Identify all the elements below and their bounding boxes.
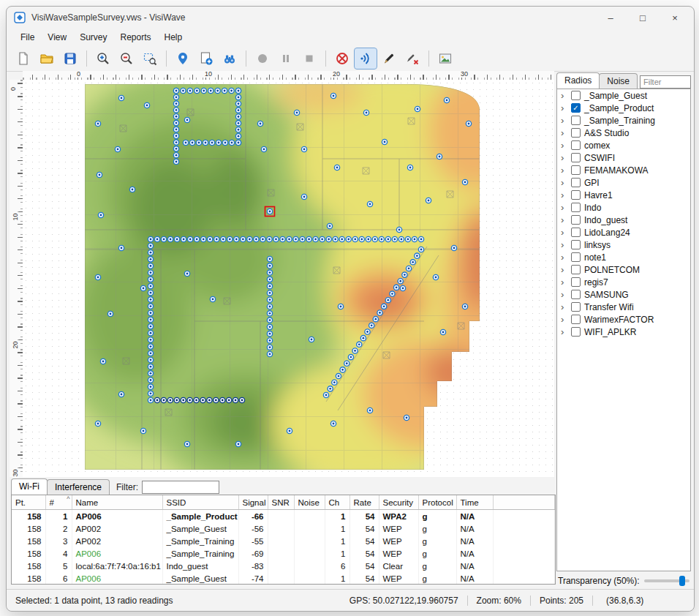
- column-header-signal[interactable]: Signal: [238, 495, 268, 510]
- radio-list-item[interactable]: ›✓_Sample_Product: [557, 102, 690, 114]
- table-header-row[interactable]: Pt.#^NameSSIDSignalSNRNoiseChRateSecurit…: [12, 495, 555, 510]
- expand-chevron-icon[interactable]: ›: [561, 277, 567, 287]
- expand-chevron-icon[interactable]: ›: [561, 215, 567, 225]
- table-row[interactable]: 1586AP006_Sample_Guest-74154WEPgN/A: [12, 572, 555, 585]
- open-button[interactable]: [36, 48, 58, 69]
- pin-button[interactable]: [172, 48, 194, 69]
- pause-button[interactable]: [275, 48, 297, 69]
- column-header-rate[interactable]: Rate: [350, 495, 379, 510]
- radio-checkbox[interactable]: [571, 252, 581, 262]
- zoom-region-button[interactable]: [139, 48, 161, 69]
- radio-list-item[interactable]: ›FEMAMAKOWA: [557, 164, 690, 176]
- expand-chevron-icon[interactable]: ›: [561, 240, 567, 249]
- expand-chevron-icon[interactable]: ›: [561, 302, 567, 312]
- wifi-button[interactable]: [355, 48, 377, 69]
- column-header-name[interactable]: Name: [72, 495, 162, 510]
- zoom-in-button[interactable]: [92, 48, 114, 69]
- radio-list-item[interactable]: ›LidoLang24: [557, 226, 690, 238]
- table-row[interactable]: 1583AP002_Sample_Training-55154WEPgN/A: [12, 535, 555, 547]
- radio-checkbox[interactable]: ✓: [571, 103, 581, 113]
- tab-interference[interactable]: Interference: [47, 479, 110, 495]
- radio-list-item[interactable]: ›SAMSUNG: [557, 288, 690, 301]
- column-header-num[interactable]: #^: [45, 495, 72, 510]
- radio-list-item[interactable]: ›_Sample_Guest: [557, 89, 690, 102]
- expand-chevron-icon[interactable]: ›: [561, 140, 567, 150]
- expand-chevron-icon[interactable]: ›: [561, 103, 567, 113]
- radio-checkbox[interactable]: [571, 153, 581, 162]
- radio-checkbox[interactable]: [571, 290, 581, 299]
- menu-reports[interactable]: Reports: [114, 30, 158, 45]
- erase-button[interactable]: [401, 48, 423, 69]
- expand-chevron-icon[interactable]: ›: [561, 327, 567, 337]
- zoom-out-button[interactable]: [116, 48, 137, 69]
- tab-noise[interactable]: Noise: [599, 73, 638, 89]
- expand-chevron-icon[interactable]: ›: [561, 290, 567, 299]
- expand-chevron-icon[interactable]: ›: [561, 315, 567, 324]
- minimize-button[interactable]: –: [594, 7, 627, 29]
- radio-checkbox[interactable]: [571, 190, 581, 200]
- expand-chevron-icon[interactable]: ›: [561, 252, 567, 262]
- radio-checkbox[interactable]: [571, 240, 581, 249]
- radio-list-item[interactable]: ›regis7: [557, 276, 690, 288]
- expand-chevron-icon[interactable]: ›: [561, 203, 567, 212]
- radio-list-item[interactable]: ›Indo: [557, 201, 690, 214]
- expand-chevron-icon[interactable]: ›: [561, 116, 567, 125]
- menu-view[interactable]: View: [41, 30, 73, 45]
- transparency-slider[interactable]: [644, 579, 689, 582]
- radio-list-item[interactable]: ›_Sample_Training: [557, 114, 690, 127]
- menu-survey[interactable]: Survey: [73, 30, 113, 45]
- radio-list-item[interactable]: ›note1: [557, 251, 690, 263]
- column-header-protocol[interactable]: Protocol: [418, 495, 456, 510]
- column-header-snr[interactable]: SNR: [268, 495, 294, 510]
- radio-checkbox[interactable]: [571, 178, 581, 187]
- expand-chevron-icon[interactable]: ›: [561, 128, 567, 138]
- column-header-ssid[interactable]: SSID: [162, 495, 238, 510]
- expand-chevron-icon[interactable]: ›: [561, 228, 567, 237]
- radio-checkbox[interactable]: [571, 128, 581, 138]
- expand-chevron-icon[interactable]: ›: [561, 190, 567, 200]
- slider-handle[interactable]: [679, 576, 685, 586]
- radio-list-item[interactable]: ›Transfer Wifi: [557, 301, 690, 313]
- radios-filter-input[interactable]: [640, 75, 691, 89]
- no-signal-button[interactable]: [331, 48, 353, 69]
- close-button[interactable]: ×: [659, 7, 691, 29]
- radio-list-item[interactable]: ›POLNETCOM: [557, 263, 690, 276]
- radio-checkbox[interactable]: [571, 228, 581, 237]
- column-header-security[interactable]: Security: [379, 495, 418, 510]
- radio-list-item[interactable]: ›Indo_guest: [557, 214, 690, 226]
- radio-checkbox[interactable]: [571, 327, 581, 337]
- tab-radios[interactable]: Radios: [556, 72, 600, 89]
- radio-checkbox[interactable]: [571, 140, 581, 150]
- radio-list-item[interactable]: ›WarimexFACTOR: [557, 313, 690, 326]
- radio-checkbox[interactable]: [571, 302, 581, 312]
- radio-list-item[interactable]: ›WIFI_APLKR: [557, 326, 690, 338]
- column-header-pt[interactable]: Pt.: [12, 495, 45, 510]
- find-button[interactable]: [219, 48, 241, 69]
- menu-file[interactable]: File: [14, 30, 41, 45]
- add-point-button[interactable]: [195, 48, 217, 69]
- table-row[interactable]: 1584AP006_Sample_Training-69154WEPgN/A: [12, 547, 555, 560]
- new-button[interactable]: [12, 48, 34, 69]
- expand-chevron-icon[interactable]: ›: [561, 165, 567, 175]
- expand-chevron-icon[interactable]: ›: [561, 153, 567, 162]
- tab-wifi[interactable]: Wi-Fi: [11, 478, 48, 495]
- column-header-ch[interactable]: Ch: [325, 495, 350, 510]
- menu-help[interactable]: Help: [158, 30, 189, 45]
- maximize-button[interactable]: □: [627, 7, 659, 29]
- image-button[interactable]: [434, 48, 456, 69]
- radio-list-item[interactable]: ›Havre1: [557, 189, 690, 201]
- map-canvas[interactable]: [23, 80, 554, 477]
- radio-checkbox[interactable]: [571, 165, 581, 175]
- radio-list-item[interactable]: ›A&S Studio: [557, 127, 690, 139]
- expand-chevron-icon[interactable]: ›: [561, 178, 567, 187]
- radio-list-item[interactable]: ›GPI: [557, 176, 690, 189]
- readings-filter-input[interactable]: [142, 481, 219, 494]
- expand-chevron-icon[interactable]: ›: [561, 91, 567, 100]
- radio-checkbox[interactable]: [571, 215, 581, 225]
- column-header-noise[interactable]: Noise: [294, 495, 325, 510]
- radio-list-item[interactable]: ›CSWIFI: [557, 151, 690, 164]
- record-button[interactable]: [252, 48, 273, 69]
- expand-chevron-icon[interactable]: ›: [561, 265, 567, 274]
- radio-checkbox[interactable]: [571, 116, 581, 125]
- radio-checkbox[interactable]: [571, 265, 581, 274]
